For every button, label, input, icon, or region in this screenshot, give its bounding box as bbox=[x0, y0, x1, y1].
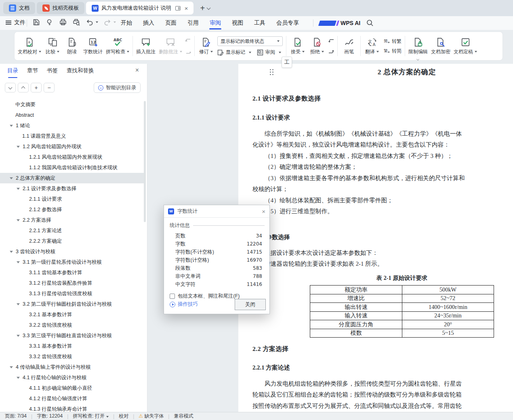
undo-button[interactable] bbox=[86, 18, 98, 26]
tips-link[interactable]: 操作技巧 bbox=[170, 301, 198, 308]
close-dialog-icon[interactable]: × bbox=[262, 208, 265, 215]
smart-toc-button[interactable]: 智能识别目录 bbox=[94, 82, 141, 93]
print-preview-icon[interactable] bbox=[72, 18, 80, 26]
previous-comment-icon[interactable] bbox=[185, 38, 191, 44]
toc-item[interactable]: 2.2 方案选择 bbox=[0, 215, 144, 225]
toc-item[interactable]: 4.1.1 初步确定轴的最小直径 bbox=[0, 383, 144, 393]
toc-item[interactable]: 3.1.1 齿轮基本参数计算 bbox=[0, 267, 144, 278]
tab-reference[interactable]: 引用 bbox=[187, 16, 199, 30]
toc-item[interactable]: 中文摘要 bbox=[0, 99, 144, 110]
save-icon[interactable] bbox=[32, 18, 40, 26]
compare-button[interactable]: 比较 bbox=[43, 32, 62, 60]
close-tab-icon[interactable]: × bbox=[185, 5, 188, 12]
previous-revision-icon[interactable] bbox=[328, 38, 334, 44]
collapse-arrow-icon[interactable] bbox=[17, 335, 20, 337]
collapse-arrow-icon[interactable] bbox=[10, 251, 13, 253]
ink-button[interactable]: 画笔 bbox=[339, 32, 359, 60]
print-icon[interactable] bbox=[59, 18, 67, 26]
toc-item[interactable]: 3.2 第二级平行轴圆柱斜齿轮设计与校核 bbox=[0, 299, 144, 309]
collapse-arrow-icon[interactable] bbox=[17, 219, 20, 221]
group-launcher-icon[interactable] bbox=[417, 55, 419, 63]
pane-tab-bookmarks[interactable]: 书签 bbox=[47, 67, 58, 78]
file-menu-button[interactable]: 文件 bbox=[6, 19, 25, 26]
tab-document-active[interactable]: W 风力发电增速齿轮箱设计 说明 × bbox=[86, 2, 193, 15]
encrypt-button[interactable]: 文档加密 bbox=[429, 32, 452, 60]
close-dialog-button[interactable]: 关闭 bbox=[235, 299, 266, 310]
tab-member[interactable]: 会员专享 bbox=[276, 16, 299, 30]
track-changes-button[interactable]: 修订 bbox=[196, 32, 216, 60]
toc-item[interactable]: 2.1.2 参数选择 bbox=[0, 204, 144, 215]
pane-tab-toc[interactable]: 目录 bbox=[7, 67, 18, 78]
toc-item[interactable]: Abstract bbox=[0, 110, 144, 120]
pane-tab-chapters[interactable]: 章节 bbox=[27, 67, 38, 78]
to-simplified-button[interactable]: 繁 转简 bbox=[383, 48, 402, 55]
doc-proof-button[interactable]: a 文档校对 bbox=[16, 32, 43, 60]
next-revision-icon[interactable] bbox=[328, 48, 334, 55]
tab-docer-template[interactable]: 找稻壳模板 bbox=[37, 2, 84, 14]
split-view-icon[interactable] bbox=[175, 6, 181, 10]
toc-item[interactable]: 1.1.2 我国风电齿轮箱设计制造技术现状 bbox=[0, 162, 144, 173]
expand-all-button[interactable] bbox=[5, 83, 16, 92]
reject-button[interactable]: 拒绝 bbox=[307, 32, 327, 60]
toc-item[interactable]: 1.1 课题背景及意义 bbox=[0, 131, 144, 141]
tab-start[interactable]: 开始 bbox=[121, 16, 132, 30]
new-tab-button[interactable]: + bbox=[200, 4, 205, 13]
word-count-status[interactable]: 字数: 12204 bbox=[37, 413, 63, 420]
toc-item[interactable]: 2.1 设计要求及参数选择 bbox=[0, 183, 144, 194]
toc-item[interactable]: 3.1.3 行星传动齿轮强度校核 bbox=[0, 288, 144, 299]
collapse-all-button[interactable] bbox=[18, 83, 29, 92]
accept-button[interactable]: 接受 bbox=[288, 32, 307, 60]
to-traditional-button[interactable]: 简 转繁 bbox=[383, 38, 402, 45]
show-markup-button[interactable]: 显示标记 bbox=[217, 49, 251, 56]
tab-view[interactable]: 视图 bbox=[232, 16, 243, 30]
tab-list-chevron-icon[interactable] bbox=[207, 6, 211, 10]
next-comment-icon[interactable] bbox=[185, 48, 191, 55]
close-pane-icon[interactable]: × bbox=[135, 67, 139, 74]
toc-item[interactable]: 3.1.2 行星轮齿装配条件验算 bbox=[0, 278, 144, 288]
toc-item[interactable]: 1.2 风电齿轮箱国内外现状 bbox=[0, 141, 144, 152]
toc-item[interactable]: 2.2.1 方案论述 bbox=[0, 225, 144, 236]
toc-item[interactable]: 4.1.2 行星轮心轴强度计算 bbox=[0, 393, 144, 404]
toc-item[interactable]: 4.1 行星轮心轴的设计与校核 bbox=[0, 372, 144, 383]
insert-comment-button[interactable]: 插入批注 bbox=[135, 32, 157, 60]
toc-item[interactable]: 2.1.1 设计要求 bbox=[0, 194, 144, 204]
dialog-title-bar[interactable]: W 字数统计 × bbox=[164, 205, 269, 218]
collapse-arrow-icon[interactable] bbox=[10, 366, 13, 368]
toc-item[interactable]: 2.2.2 方案确定 bbox=[0, 236, 144, 246]
toc-item[interactable]: 3.3.1 基本参数计算 bbox=[0, 341, 144, 351]
sidebar-scrollbar[interactable] bbox=[144, 101, 146, 222]
wps-ai-button[interactable]: WPS AI bbox=[319, 20, 360, 26]
markup-state-select[interactable]: 显示标记的最终状态 bbox=[217, 36, 283, 46]
collapse-arrow-icon[interactable] bbox=[10, 125, 13, 127]
word-count-button[interactable]: 12 字数统计 bbox=[82, 32, 104, 60]
proofread-status[interactable]: 校对 bbox=[119, 413, 128, 420]
tab-page[interactable]: 页面 bbox=[165, 16, 177, 30]
missing-font-status[interactable]: ⚠ 缺失字体 bbox=[139, 413, 164, 420]
floating-tool-button[interactable]: 工 bbox=[282, 57, 292, 68]
document-page[interactable]: 2 总体方案的确定 2.1 设计要求及参数选择 2.1.1 设计要求 综合所学知… bbox=[238, 64, 513, 412]
toc-item[interactable]: 3 齿轮设计与校核 bbox=[0, 246, 144, 257]
spell-check-button[interactable]: ABC 拼写检查 bbox=[104, 32, 131, 60]
spell-check-status[interactable]: 拼写检查: 打开 bbox=[73, 413, 109, 420]
toc-item[interactable]: 1 绪论 bbox=[0, 120, 144, 131]
toc-item[interactable]: 3.3 第三级平行轴圆柱直齿轮设计与校核 bbox=[0, 330, 144, 341]
pane-tab-find-replace[interactable]: 查找和替换 bbox=[67, 67, 94, 78]
collapse-arrow-icon[interactable] bbox=[17, 261, 20, 263]
toc-item[interactable]: 3.2.2 齿轮强度校核 bbox=[0, 320, 144, 330]
tab-home[interactable]: 文档 bbox=[3, 2, 35, 14]
review-pane-button[interactable]: 审阅 bbox=[257, 49, 281, 56]
redo-button[interactable] bbox=[103, 18, 116, 26]
collapse-arrow-icon[interactable] bbox=[17, 188, 20, 190]
toc-item-selected[interactable]: 2 总体方案的确定 bbox=[0, 173, 144, 183]
collapse-arrow-icon[interactable] bbox=[17, 377, 20, 379]
toc-item[interactable]: 4 传动轴及轴上零件的设计与校核 bbox=[0, 362, 144, 372]
collapse-arrow-icon[interactable] bbox=[17, 303, 20, 305]
delete-comment-button[interactable]: 删除批注 bbox=[157, 32, 184, 60]
tab-review[interactable]: 审阅 bbox=[210, 16, 221, 30]
finalize-button[interactable]: 文档定稿 bbox=[452, 32, 479, 60]
toc-item[interactable]: 1.2.1 风电齿轮箱国内外发展现状 bbox=[0, 152, 144, 162]
tab-insert[interactable]: 插入 bbox=[143, 16, 154, 30]
compat-mode-status[interactable]: 兼容模式 bbox=[174, 413, 193, 420]
collapse-arrow-icon[interactable] bbox=[17, 146, 20, 148]
zoom-out-toc-button[interactable]: − bbox=[44, 83, 55, 92]
